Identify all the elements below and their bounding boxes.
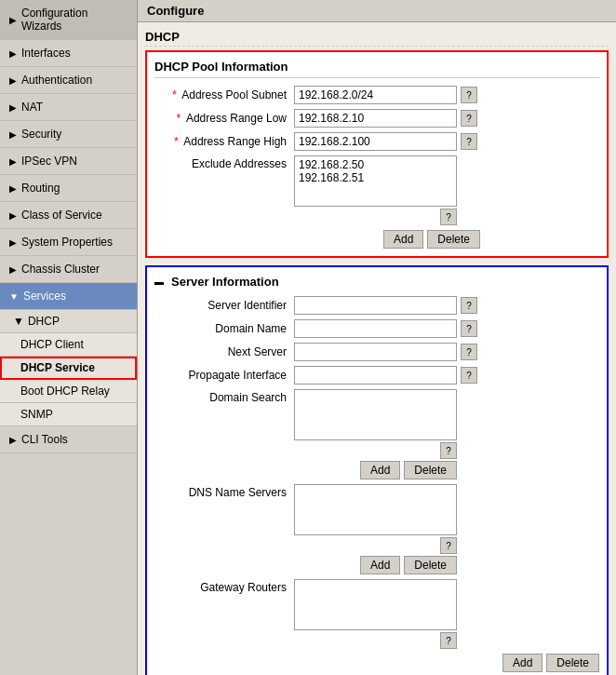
exclude-addresses-label: Exclude Addresses — [154, 155, 294, 170]
sidebar-item-cli-tools[interactable]: ▶ CLI Tools — [0, 426, 137, 453]
sidebar-item-chassis-cluster[interactable]: ▶ Chassis Cluster — [0, 256, 137, 283]
next-server-input[interactable] — [294, 343, 457, 361]
server-add-button[interactable]: Add — [502, 654, 542, 672]
pool-add-button[interactable]: Add — [383, 230, 423, 249]
server-identifier-input[interactable] — [294, 296, 457, 315]
domain-search-help[interactable]: ? — [440, 442, 457, 459]
arrow-icon: ▶ — [9, 435, 17, 445]
sidebar-item-label: IPSec VPN — [21, 155, 77, 168]
dns-delete-button[interactable]: Delete — [404, 556, 457, 574]
propagate-interface-input[interactable] — [294, 366, 457, 385]
sidebar-item-dhcp-client[interactable]: DHCP Client — [0, 333, 137, 357]
sidebar: ▶ Configuration Wizards ▶ Interfaces ▶ A… — [0, 0, 138, 675]
arrow-icon: ▼ — [9, 291, 19, 302]
domain-name-input[interactable] — [294, 319, 457, 338]
gateway-routers-textarea[interactable] — [294, 579, 457, 630]
address-range-low-row: * Address Range Low ? — [154, 109, 599, 128]
address-range-high-help[interactable]: ? — [461, 133, 477, 150]
exclude-addresses-help[interactable]: ? — [440, 209, 457, 225]
next-server-label: Next Server — [154, 345, 294, 358]
arrow-icon: ▶ — [9, 75, 17, 86]
sidebar-item-class-of-service[interactable]: ▶ Class of Service — [0, 202, 137, 229]
domain-search-row: Domain Search ? Add Delete — [154, 389, 599, 479]
sidebar-item-label: DHCP Service — [20, 361, 95, 374]
dns-servers-label: DNS Name Servers — [154, 484, 294, 499]
address-range-low-input[interactable] — [294, 109, 457, 128]
dns-add-button[interactable]: Add — [360, 556, 400, 574]
domain-search-wrapper: ? Add Delete — [294, 389, 457, 479]
gateway-routers-row: Gateway Routers ? — [154, 579, 599, 649]
gateway-routers-help[interactable]: ? — [440, 632, 457, 649]
domain-search-textarea[interactable] — [294, 389, 457, 440]
sidebar-item-label: Security — [21, 128, 61, 141]
address-pool-subnet-label: * Address Pool Subnet — [154, 88, 294, 101]
arrow-icon: ▶ — [9, 156, 17, 167]
next-server-help[interactable]: ? — [461, 344, 477, 360]
dhcp-pool-title: DHCP Pool Information — [154, 60, 599, 78]
propagate-interface-help[interactable]: ? — [461, 367, 477, 384]
address-range-high-label: * Address Range High — [154, 135, 294, 148]
gateway-routers-label: Gateway Routers — [154, 579, 294, 594]
address-range-high-row: * Address Range High ? — [154, 132, 599, 151]
dns-servers-textarea[interactable] — [294, 484, 457, 535]
sidebar-item-label: CLI Tools — [21, 433, 68, 446]
sidebar-item-dhcp[interactable]: ▼ DHCP — [0, 310, 137, 333]
sidebar-item-label: Routing — [21, 182, 60, 195]
sidebar-item-label: Services — [23, 290, 66, 303]
collapse-icon[interactable]: ▬ — [154, 277, 164, 287]
arrow-icon: ▶ — [9, 48, 17, 59]
propagate-interface-label: Propagate Interface — [154, 369, 294, 382]
server-bottom-btn-row: Add Delete — [154, 654, 599, 672]
sidebar-item-label: NAT — [21, 101, 43, 114]
address-pool-subnet-help[interactable]: ? — [461, 87, 477, 103]
sidebar-item-interfaces[interactable]: ▶ Interfaces — [0, 40, 137, 67]
sidebar-item-authentication[interactable]: ▶ Authentication — [0, 67, 137, 94]
sidebar-item-boot-dhcp-relay[interactable]: Boot DHCP Relay — [0, 380, 137, 403]
arrow-icon: ▶ — [9, 210, 17, 221]
exclude-addresses-textarea[interactable]: 192.168.2.50 192.168.2.51 — [294, 155, 457, 207]
sidebar-item-snmp[interactable]: SNMP — [0, 403, 137, 426]
dhcp-pool-box: DHCP Pool Information * Address Pool Sub… — [145, 50, 609, 258]
server-info-box: ▬ Server Information Server Identifier ?… — [145, 265, 609, 675]
arrow-icon: ▼ — [13, 315, 24, 328]
address-range-low-help[interactable]: ? — [461, 110, 477, 127]
address-range-high-input[interactable] — [294, 132, 457, 151]
sidebar-item-nat[interactable]: ▶ NAT — [0, 94, 137, 121]
sidebar-item-config-wizards[interactable]: ▶ Configuration Wizards — [0, 0, 137, 40]
pool-btn-row: Add Delete — [294, 230, 480, 249]
propagate-interface-row: Propagate Interface ? — [154, 366, 599, 385]
arrow-icon: ▶ — [9, 237, 17, 248]
next-server-row: Next Server ? — [154, 343, 599, 361]
sidebar-item-system-properties[interactable]: ▶ System Properties — [0, 229, 137, 256]
domain-name-row: Domain Name ? — [154, 319, 599, 338]
arrow-icon: ▶ — [9, 102, 17, 113]
dns-servers-help[interactable]: ? — [440, 537, 457, 554]
address-pool-subnet-row: * Address Pool Subnet ? — [154, 86, 599, 104]
arrow-icon: ▶ — [9, 264, 17, 275]
sidebar-item-label: Chassis Cluster — [21, 263, 100, 276]
sidebar-item-security[interactable]: ▶ Security — [0, 121, 137, 148]
sidebar-item-services[interactable]: ▼ Services — [0, 283, 137, 310]
main-content: Configure DHCP DHCP Pool Information * A… — [138, 0, 616, 675]
sidebar-item-ipsec-vpn[interactable]: ▶ IPSec VPN — [0, 148, 137, 175]
domain-search-add-button[interactable]: Add — [360, 461, 400, 479]
address-pool-subnet-input[interactable] — [294, 86, 457, 104]
server-identifier-help[interactable]: ? — [461, 297, 477, 314]
sidebar-item-routing[interactable]: ▶ Routing — [0, 175, 137, 202]
arrow-icon: ▶ — [9, 129, 17, 140]
server-delete-button[interactable]: Delete — [546, 654, 599, 672]
pool-delete-button[interactable]: Delete — [427, 230, 480, 249]
sidebar-item-dhcp-service[interactable]: DHCP Service — [0, 357, 137, 380]
sidebar-item-label: DHCP Client — [20, 338, 84, 351]
sidebar-item-label: Authentication — [21, 74, 92, 87]
server-info-title: ▬ Server Information — [154, 275, 599, 289]
domain-name-help[interactable]: ? — [461, 320, 477, 337]
sidebar-item-label: System Properties — [21, 236, 113, 249]
exclude-addresses-row: Exclude Addresses 192.168.2.50 192.168.2… — [154, 155, 599, 225]
domain-search-delete-button[interactable]: Delete — [404, 461, 457, 479]
configure-area: DHCP DHCP Pool Information * Address Poo… — [138, 22, 616, 675]
sidebar-item-label: Boot DHCP Relay — [20, 385, 110, 398]
server-identifier-row: Server Identifier ? — [154, 296, 599, 315]
sidebar-item-label: Interfaces — [21, 47, 71, 60]
exclude-addresses-wrapper: 192.168.2.50 192.168.2.51 ? — [294, 155, 457, 225]
